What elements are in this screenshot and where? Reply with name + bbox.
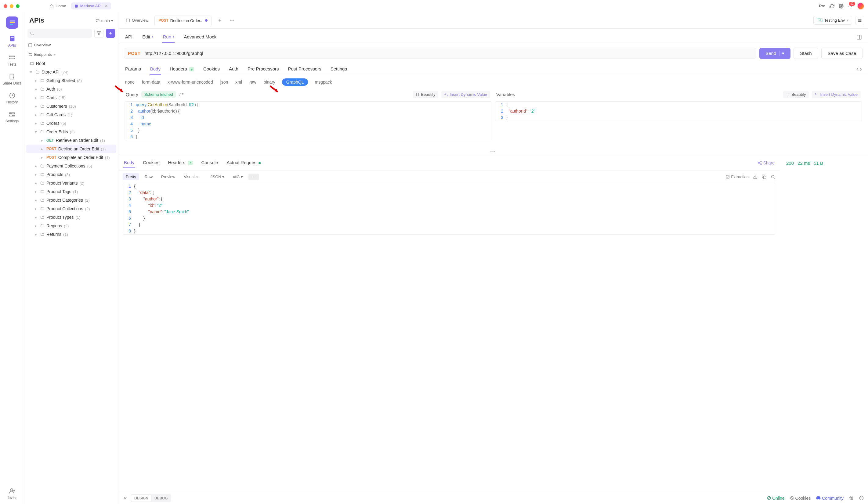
reqtab-pre-processors[interactable]: Pre Processors xyxy=(247,63,280,75)
code-icon[interactable] xyxy=(856,66,862,72)
rail-history[interactable]: History xyxy=(7,92,18,104)
tree-folder[interactable]: ▾Order Edits (3) xyxy=(24,127,118,136)
bodytype-graphql[interactable]: GraphQL xyxy=(282,78,308,86)
tree-folder[interactable]: ▸Products (3) xyxy=(24,170,118,179)
pro-label[interactable]: Pro xyxy=(819,4,825,8)
subtab-edit[interactable]: Edit • xyxy=(142,31,154,43)
tree-folder[interactable]: ▸Auth (6) xyxy=(24,85,118,93)
subtab-run[interactable]: Run • xyxy=(162,31,175,43)
bodytype-json[interactable]: json xyxy=(220,79,229,85)
reqtab-body[interactable]: Body xyxy=(149,63,161,75)
user-avatar[interactable] xyxy=(857,2,864,10)
minimize-window[interactable] xyxy=(10,4,13,8)
bodytype-xml[interactable]: xml xyxy=(235,79,242,85)
bodytype-msgpack[interactable]: msgpack xyxy=(314,79,332,85)
tree-folder[interactable]: ▸Product Variants (2) xyxy=(24,179,118,187)
resptab-body[interactable]: Body xyxy=(123,157,135,168)
pill-visualize[interactable]: Visualize xyxy=(181,173,203,180)
tree-folder[interactable]: ▸Returns (1) xyxy=(24,230,118,239)
reqtab-auth[interactable]: Auth xyxy=(228,63,239,75)
filter-button[interactable] xyxy=(94,29,103,38)
tab-overview[interactable]: Overview xyxy=(122,15,152,25)
bodytype-form-data[interactable]: form-data xyxy=(141,79,161,85)
reqtab-post-processors[interactable]: Post Processors xyxy=(288,63,322,75)
tree-folder[interactable]: ▸Product Tags (1) xyxy=(24,187,118,196)
tree-folder[interactable]: ▸Payment Collections (6) xyxy=(24,162,118,170)
save-as-case-button[interactable]: Save as Case xyxy=(821,48,862,59)
bodytype-none[interactable]: none xyxy=(125,79,135,85)
rail-share-docs[interactable]: Share Docs xyxy=(2,73,22,85)
search-input[interactable] xyxy=(28,29,92,38)
layout-icon[interactable] xyxy=(856,34,862,40)
refresh-icon[interactable] xyxy=(179,93,184,97)
bodytype-raw[interactable]: raw xyxy=(249,79,257,85)
sync-icon[interactable] xyxy=(829,4,835,9)
tree-folder[interactable]: ▸Carts (15) xyxy=(24,93,118,102)
notifications-button[interactable]: 12 xyxy=(848,4,853,9)
app-logo[interactable] xyxy=(6,17,18,29)
share-button[interactable]: Share xyxy=(758,160,775,165)
environment-selector[interactable]: Te Testing Env ▾ xyxy=(813,16,852,25)
rail-apis[interactable]: APIs xyxy=(8,35,16,48)
help-icon[interactable] xyxy=(859,496,864,500)
tree-folder[interactable]: ▸Product Categories (2) xyxy=(24,196,118,204)
tree-folder[interactable]: ▸Orders (5) xyxy=(24,119,118,127)
response-body[interactable]: 1{ 2 "data": { 3 "author": { 4 "id": "2"… xyxy=(123,183,775,234)
tree-endpoint[interactable]: ▸POST Complete an Order Edit (1) xyxy=(24,153,118,162)
tree-endpoint[interactable]: ▸POST Decline an Order Edit (1) xyxy=(26,145,116,153)
close-window[interactable] xyxy=(4,4,7,8)
encoding-utf8[interactable]: utf8 ▾ xyxy=(230,173,246,180)
url-input[interactable]: POST http://127.0.0.1:9000/graphql xyxy=(124,48,756,59)
mode-debug[interactable]: DEBUG xyxy=(151,495,170,502)
pill-preview[interactable]: Preview xyxy=(158,173,178,180)
reqtab-params[interactable]: Params xyxy=(125,63,142,75)
menu-button[interactable] xyxy=(855,16,864,25)
send-dropdown-icon[interactable]: ▾ xyxy=(779,51,784,56)
resptab-cookies[interactable]: Cookies xyxy=(142,157,160,168)
cookies-button[interactable]: Cookies xyxy=(790,496,811,501)
resptab-actual-request[interactable]: Actual Request xyxy=(226,157,261,168)
copy-icon[interactable] xyxy=(762,175,766,179)
reqtab-cookies[interactable]: Cookies xyxy=(203,63,220,75)
mode-toggle[interactable]: DESIGN DEBUG xyxy=(131,494,171,502)
tree-folder[interactable]: ▸Getting Started (8) xyxy=(24,76,118,85)
tree-folder[interactable]: ▸Gift Cards (1) xyxy=(24,111,118,119)
tree-root[interactable]: Root xyxy=(24,59,118,68)
mode-design[interactable]: DESIGN xyxy=(131,495,151,502)
collapse-icon[interactable] xyxy=(123,496,127,501)
add-tab-button[interactable] xyxy=(214,16,226,25)
gift-icon[interactable] xyxy=(849,496,854,500)
more-tabs-button[interactable]: ••• xyxy=(228,18,236,23)
overview-row[interactable]: Overview xyxy=(24,40,118,50)
close-tab-icon[interactable]: ✕ xyxy=(105,4,108,8)
format-json[interactable]: JSON ▾ xyxy=(208,173,227,180)
extraction-button[interactable]: Extraction xyxy=(726,175,749,179)
search-response-icon[interactable] xyxy=(771,175,775,179)
tab-medusa-api[interactable]: Medusa API ✕ xyxy=(71,2,111,9)
tree-folder[interactable]: ▸Product Collections (2) xyxy=(24,204,118,213)
community-button[interactable]: Community xyxy=(816,496,844,501)
tree-folder[interactable]: ▸Product Types (1) xyxy=(24,213,118,221)
maximize-window[interactable] xyxy=(16,4,20,8)
bodytype-x-www[interactable]: x-www-form-urlencoded xyxy=(167,79,214,85)
download-icon[interactable] xyxy=(753,175,757,179)
variables-editor[interactable]: 1{ 2 "authorId": "2" 3} xyxy=(495,101,862,121)
subtab-advanced-mock[interactable]: Advanced Mock xyxy=(183,31,217,43)
insert-dynamic-vars-button[interactable]: Insert Dynamic Value xyxy=(812,91,861,98)
tree-endpoint[interactable]: ▸GET Retrieve an Order Edit (1) xyxy=(24,136,118,145)
add-button[interactable] xyxy=(106,29,115,38)
branch-selector[interactable]: main ▾ xyxy=(96,18,113,23)
subtab-api[interactable]: API xyxy=(125,31,133,43)
tab-decline-order[interactable]: POST Decline an Order... xyxy=(154,15,211,25)
send-button[interactable]: Send ▾ xyxy=(760,48,790,59)
reqtab-settings[interactable]: Settings xyxy=(330,63,348,75)
tree-folder[interactable]: ▸Regions (2) xyxy=(24,221,118,230)
query-editor[interactable]: 1query GetAuthor($authorId: ID!) { 2 aut… xyxy=(125,101,492,140)
beautify-vars-button[interactable]: Beautify xyxy=(783,91,809,98)
rail-settings[interactable]: Settings xyxy=(6,111,19,123)
insert-dynamic-query-button[interactable]: Insert Dynamic Value xyxy=(441,91,490,98)
pill-raw[interactable]: Raw xyxy=(142,173,156,180)
tree-folder[interactable]: ▸Customers (10) xyxy=(24,102,118,111)
beautify-query-button[interactable]: Beautify xyxy=(413,91,438,98)
rail-tests[interactable]: Tests xyxy=(8,54,16,66)
